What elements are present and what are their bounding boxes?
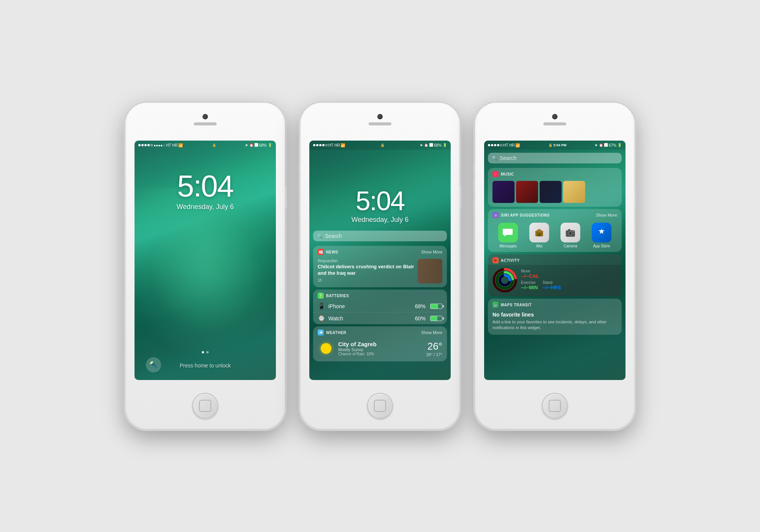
power-btn-3[interactable] — [635, 186, 636, 209]
bt-icon-2: 🅱 — [429, 143, 433, 147]
search-bar-2[interactable]: 🔍 Search — [313, 231, 447, 241]
weather-temp-area: 26° 26° / 17° — [426, 340, 442, 357]
weather-title: WEATHER — [326, 331, 346, 335]
siri-show-more[interactable]: Show More — [596, 213, 617, 217]
activity-header: ◎ ACTIVITY — [488, 254, 622, 265]
power-btn-2[interactable] — [460, 186, 462, 209]
weather-hilo: 26° / 17° — [426, 352, 442, 357]
weather-title-row: ☁️ WEATHER — [318, 329, 346, 336]
siri-widget: ◎ SIRI APP SUGGESTIONS Show More — [488, 209, 622, 252]
battery-iphone-row: 📱 iPhone 68% — [313, 300, 447, 312]
carrier-3: HT HR — [503, 143, 515, 147]
battery-status-3: 67% — [609, 143, 616, 147]
news-show-more[interactable]: Show More — [421, 250, 442, 254]
app-suggestions: Messages Alto — [488, 220, 622, 252]
top-elements-1 — [194, 114, 217, 125]
home-button-2[interactable] — [367, 393, 393, 419]
status-left-2: HT HR 📶 — [313, 143, 345, 147]
status-bar-2: HT HR 📶 🔒 ➤ ⏰ 🅱 68% 🔋 — [309, 141, 451, 150]
news-widget: 📰 NEWS Show More theguardian Chilcot del… — [313, 246, 447, 287]
stand-value: --/--HRS — [543, 285, 561, 290]
album-2 — [516, 181, 538, 203]
vol-down-1[interactable] — [124, 200, 125, 215]
nav-icon-3: ➤ — [595, 143, 598, 147]
page-dot-2 — [206, 351, 209, 353]
vol-down-3[interactable] — [473, 200, 475, 215]
weather-temp: 26° — [426, 340, 442, 352]
battery-icon-2: 🔋 — [443, 143, 447, 147]
messages-svg — [503, 227, 513, 238]
flashlight-icon[interactable]: 🔦 — [146, 357, 161, 372]
signal-3 — [488, 144, 502, 146]
app-appstore[interactable]: App Store — [592, 223, 611, 248]
appstore-icon — [592, 223, 611, 242]
top-elements-3 — [543, 114, 566, 125]
phones-container: ●●●●○ HT HR 📶 🔒 ➤ ⏰ 🅱 68% 🔋 5:04 W — [125, 103, 635, 429]
widgets-area-3: ♪ MUSIC ◎ — [484, 166, 625, 380]
app-messages[interactable]: Messages — [498, 223, 518, 248]
notif-time-area: 5:04 Wednesday, July 6 — [309, 150, 451, 228]
status-left-3: HT HR 📶 — [488, 143, 520, 147]
search-text-2: Search — [325, 233, 342, 239]
nav-icon-2: ➤ — [420, 143, 423, 147]
camera-3 — [552, 114, 557, 119]
home-button-3[interactable] — [542, 393, 568, 419]
bt-icon-3: 🅱 — [604, 143, 608, 147]
watch-battery-bar — [430, 316, 442, 321]
page-dot-1 — [202, 351, 204, 353]
today-view: HT HR 📶 🔒 5:04 PM ➤ ⏰ 🅱 67% 🔋 🔍 — [484, 141, 625, 380]
maps-no-fav-title: No favorite lines — [492, 312, 617, 318]
alarm-icon-3: ⏰ — [599, 143, 603, 147]
activity-stats: Move --/--CAL Exercise --/--MIN — [521, 269, 617, 292]
home-button-1[interactable] — [192, 393, 218, 419]
app-camera[interactable]: Camera — [560, 223, 580, 248]
iphone-pct: 68% — [415, 303, 426, 309]
watch-battery-fill — [431, 316, 437, 321]
vol-up-2[interactable] — [298, 179, 300, 194]
news-icon: 📰 — [318, 249, 324, 255]
activity-title: ACTIVITY — [501, 258, 520, 263]
power-btn-1[interactable] — [285, 186, 287, 209]
watch-pct: 60% — [415, 315, 426, 321]
battery-icon-3: 🔋 — [618, 143, 622, 147]
vol-up-3[interactable] — [473, 179, 475, 194]
svg-rect-2 — [538, 233, 540, 236]
alto-label: Alto — [536, 244, 542, 248]
signal-2 — [313, 144, 328, 146]
music-icon: ♪ — [492, 171, 499, 177]
speaker-1 — [194, 122, 217, 125]
exercise-row: Exercise --/--MIN — [521, 280, 538, 290]
weather-widget: ☁️ WEATHER Show More City of Zagreb — [313, 326, 447, 361]
screen-2: HT HR 📶 🔒 ➤ ⏰ 🅱 68% 🔋 5:04 Wednes — [309, 141, 451, 380]
activity-widget: ◎ ACTIVITY — [488, 254, 622, 296]
weather-header: ☁️ WEATHER Show More — [313, 326, 447, 337]
silent-switch-1[interactable] — [124, 163, 125, 174]
move-value: --/--CAL — [521, 273, 617, 279]
search-icon-2: 🔍 — [317, 233, 323, 239]
lock-time: 5:04 — [177, 171, 233, 201]
batteries-title-row: 🔋 BATTERIES — [318, 293, 349, 299]
iphone-label: iPhone — [328, 303, 412, 309]
status-right-2: ➤ ⏰ 🅱 68% 🔋 — [420, 143, 447, 147]
silent-switch-3[interactable] — [473, 163, 475, 174]
speaker-3 — [543, 122, 566, 125]
lock-screen-content: 5:04 Wednesday, July 6 Press home to unl… — [135, 141, 276, 380]
status-right-3: ➤ ⏰ 🅱 67% 🔋 — [595, 143, 622, 147]
move-row: Move --/--CAL — [521, 269, 617, 279]
vol-down-2[interactable] — [298, 200, 300, 215]
activity-content: Move --/--CAL Exercise --/--MIN — [488, 265, 622, 296]
widgets-area-2: 📰 NEWS Show More theguardian Chilcot del… — [309, 244, 451, 380]
alto-icon — [529, 223, 549, 242]
app-alto[interactable]: Alto — [529, 223, 549, 248]
siri-left: ◎ SIRI APP SUGGESTIONS — [492, 212, 549, 218]
news-image — [418, 259, 442, 283]
rings-svg — [492, 268, 517, 293]
watch-device-icon: ⌚ — [318, 315, 325, 322]
search-bar-3[interactable]: 🔍 Search — [488, 153, 622, 163]
weather-show-more[interactable]: Show More — [421, 330, 442, 335]
vol-up-1[interactable] — [124, 179, 125, 194]
siri-icon: ◎ — [492, 212, 499, 218]
silent-switch-2[interactable] — [298, 163, 300, 174]
stand-row: Stand --/--HRS — [543, 280, 561, 290]
messages-label: Messages — [499, 244, 517, 248]
